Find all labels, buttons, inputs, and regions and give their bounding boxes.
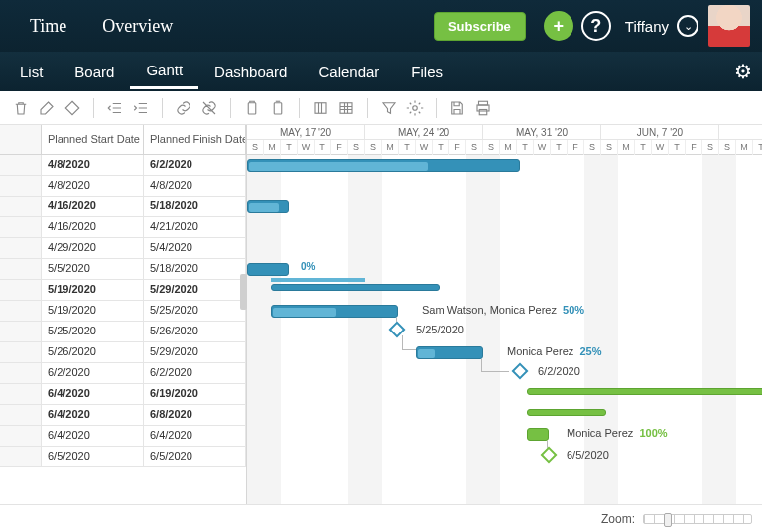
paste-icon[interactable] xyxy=(267,97,289,119)
cell-start[interactable]: 5/25/2020 xyxy=(42,322,144,342)
topnav-time[interactable]: Time xyxy=(12,16,84,37)
tag-icon[interactable] xyxy=(62,97,83,119)
cell-start[interactable]: 4/16/2020 xyxy=(42,217,144,238)
gantt-bar[interactable] xyxy=(247,263,289,276)
unlink-icon[interactable] xyxy=(198,97,220,119)
col-planned-start[interactable]: Planned Start Date xyxy=(42,125,144,155)
tab-list[interactable]: List xyxy=(4,56,59,88)
tab-files[interactable]: Files xyxy=(395,56,458,88)
cell-start[interactable]: 4/29/2020 xyxy=(42,238,144,259)
cell-finish[interactable]: 4/8/2020 xyxy=(144,176,246,197)
table-row[interactable]: 4/29/20205/4/2020 xyxy=(0,238,246,259)
cell-finish[interactable]: 6/19/2020 xyxy=(144,384,246,405)
cell-finish[interactable]: 6/2/2020 xyxy=(144,155,246,176)
print-icon[interactable] xyxy=(472,97,494,119)
cell-finish[interactable]: 6/4/2020 xyxy=(144,426,246,447)
gear-icon[interactable] xyxy=(404,97,426,119)
split-handle[interactable] xyxy=(240,274,247,310)
cell-finish[interactable]: 4/21/2020 xyxy=(144,217,246,238)
tab-calendar[interactable]: Calendar xyxy=(303,56,395,88)
table-row[interactable]: 6/2/20206/2/2020 xyxy=(0,363,246,384)
table-row[interactable]: 4/16/20204/21/2020 xyxy=(0,217,246,238)
cell-start[interactable]: 5/19/2020 xyxy=(42,280,144,301)
gantt-bar[interactable] xyxy=(527,388,762,395)
username-label: Tiffany xyxy=(625,18,669,35)
cell-finish[interactable]: 6/8/2020 xyxy=(144,405,246,426)
grid-icon[interactable] xyxy=(335,97,357,119)
cell-finish[interactable]: 5/29/2020 xyxy=(144,342,246,363)
tab-dashboard[interactable]: Dashboard xyxy=(198,56,303,88)
settings-gear-icon[interactable]: ⚙ xyxy=(734,60,752,83)
table-row[interactable]: 5/26/20205/29/2020 xyxy=(0,342,246,363)
row-handle xyxy=(0,384,42,405)
milestone-icon[interactable] xyxy=(512,363,529,380)
table-row[interactable]: 5/25/20205/26/2020 xyxy=(0,322,246,342)
cell-start[interactable]: 5/26/2020 xyxy=(42,342,144,363)
help-icon[interactable]: ? xyxy=(581,11,611,41)
cell-start[interactable]: 4/16/2020 xyxy=(42,197,144,217)
table-row[interactable]: 5/19/20205/25/2020 xyxy=(0,301,246,322)
cell-finish[interactable]: 5/26/2020 xyxy=(144,322,246,342)
gantt-bar[interactable] xyxy=(416,346,483,359)
cell-start[interactable]: 5/5/2020 xyxy=(42,259,144,280)
delete-icon[interactable] xyxy=(10,97,32,119)
cell-finish[interactable]: 6/5/2020 xyxy=(144,447,246,467)
outdent-icon[interactable] xyxy=(104,97,126,119)
row-handle xyxy=(0,342,42,363)
table-row[interactable]: 6/4/20206/19/2020 xyxy=(0,384,246,405)
link-icon[interactable] xyxy=(173,97,194,119)
gantt-bar[interactable] xyxy=(527,409,606,416)
svg-rect-3 xyxy=(340,102,352,113)
add-icon[interactable]: + xyxy=(544,11,573,41)
gantt-bar[interactable] xyxy=(247,200,289,213)
columns-icon[interactable] xyxy=(310,97,331,119)
table-row[interactable]: 4/16/20205/18/2020 xyxy=(0,197,246,217)
timeline-body[interactable]: 0% Sam Watson, Monica Perez 50% 5/25/202… xyxy=(247,155,762,504)
gantt-bar[interactable] xyxy=(271,284,440,291)
cell-start[interactable]: 4/8/2020 xyxy=(42,176,144,197)
gantt-bar[interactable] xyxy=(271,305,398,318)
table-row[interactable]: 4/8/20206/2/2020 xyxy=(0,155,246,176)
table-row[interactable]: 5/5/20205/18/2020 xyxy=(0,259,246,280)
milestone-icon[interactable] xyxy=(541,447,558,464)
table-row[interactable]: 6/4/20206/8/2020 xyxy=(0,405,246,426)
tab-board[interactable]: Board xyxy=(59,56,130,88)
cell-finish[interactable]: 5/18/2020 xyxy=(144,259,246,280)
timeline-day-label: F xyxy=(331,140,348,155)
cell-finish[interactable]: 5/18/2020 xyxy=(144,197,246,217)
cell-start[interactable]: 5/19/2020 xyxy=(42,301,144,322)
cell-start[interactable]: 6/4/2020 xyxy=(42,405,144,426)
clipboard-icon[interactable] xyxy=(241,97,263,119)
cell-start[interactable]: 6/2/2020 xyxy=(42,363,144,384)
cell-finish[interactable]: 6/2/2020 xyxy=(144,363,246,384)
cell-finish[interactable]: 5/25/2020 xyxy=(144,301,246,322)
user-menu-chevron-icon[interactable]: ⌄ xyxy=(677,15,698,37)
topnav-overview[interactable]: Overview xyxy=(84,16,190,37)
cell-start[interactable]: 6/4/2020 xyxy=(42,384,144,405)
timeline-day-label: S xyxy=(584,140,601,155)
cell-finish[interactable]: 5/29/2020 xyxy=(144,280,246,301)
subscribe-button[interactable]: Subscribe xyxy=(434,12,526,41)
avatar[interactable] xyxy=(708,5,750,47)
erase-icon[interactable] xyxy=(36,97,58,119)
zoom-thumb[interactable] xyxy=(664,513,672,527)
table-row[interactable]: 4/8/20204/8/2020 xyxy=(0,176,246,197)
cell-finish[interactable]: 5/4/2020 xyxy=(144,238,246,259)
assignee-label: Monica Perez 25% xyxy=(507,345,601,357)
table-row[interactable]: 6/4/20206/4/2020 xyxy=(0,426,246,447)
filter-icon[interactable] xyxy=(378,97,400,119)
gantt-bar[interactable] xyxy=(527,428,549,441)
cell-start[interactable]: 6/5/2020 xyxy=(42,447,144,467)
table-row[interactable]: 6/5/20206/5/2020 xyxy=(0,447,246,467)
gantt-bar[interactable] xyxy=(247,159,520,172)
indent-icon[interactable] xyxy=(130,97,152,119)
timeline-day-label: F xyxy=(449,140,466,155)
table-row[interactable]: 5/19/20205/29/2020 xyxy=(0,280,246,301)
zoom-slider[interactable] xyxy=(643,514,752,524)
col-planned-finish[interactable]: Planned Finish Date xyxy=(144,125,246,155)
tab-gantt[interactable]: Gantt xyxy=(130,54,198,89)
cell-start[interactable]: 4/8/2020 xyxy=(42,155,144,176)
cell-start[interactable]: 6/4/2020 xyxy=(42,426,144,447)
row-handle xyxy=(0,447,42,467)
save-icon[interactable] xyxy=(446,97,468,119)
